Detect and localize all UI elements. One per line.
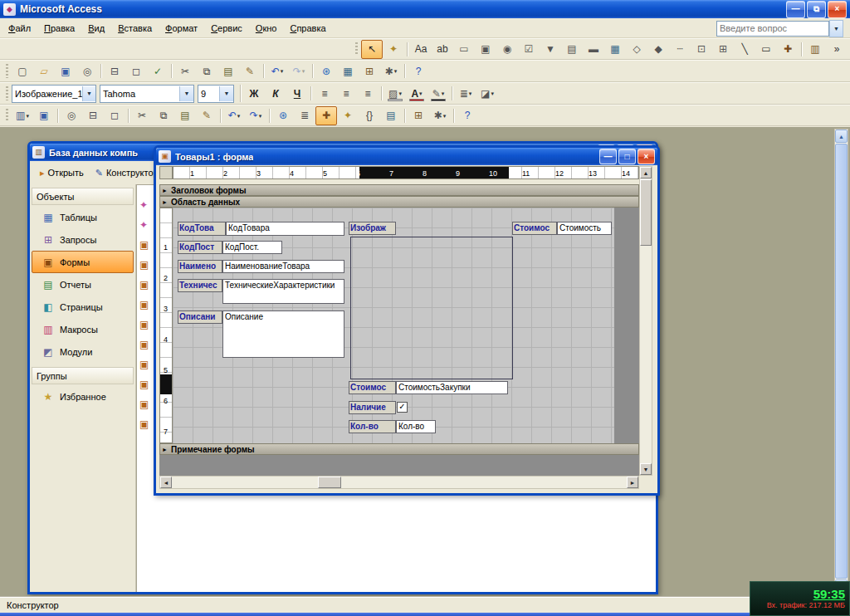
menu-service[interactable]: Сервис	[204, 20, 249, 37]
format-painter-button[interactable]: ✎	[239, 61, 261, 81]
label-naimenovanie[interactable]: Наимено	[178, 260, 222, 273]
analyze-button[interactable]: ▦	[337, 61, 359, 81]
properties-button[interactable]: ▤	[380, 106, 402, 125]
toolbar-grip[interactable]	[6, 86, 8, 100]
insert-hyperlink-button[interactable]: ⊛	[315, 61, 337, 81]
italic-button[interactable]: К	[265, 84, 286, 103]
format-painter-button[interactable]: ✎	[196, 106, 217, 125]
dropdown-arrow-icon[interactable]: ▾	[491, 90, 494, 96]
bound-object-frame-tool[interactable]: ◆	[647, 40, 669, 59]
save-button[interactable]: ▣	[55, 61, 76, 81]
special-effect-button[interactable]: ◪▾	[476, 84, 498, 103]
menu-edit[interactable]: Правка	[37, 20, 81, 37]
textbox-opisanie[interactable]: Описание	[222, 310, 344, 358]
textbox-naimenovanie[interactable]: НаименованиеТовара	[222, 260, 344, 273]
scroll-down-icon[interactable]: ▼	[640, 463, 652, 475]
maximize-button[interactable]: □	[618, 149, 636, 164]
ask-question-input[interactable]	[716, 21, 829, 37]
label-kod-tovara[interactable]: КодТова	[178, 222, 226, 236]
more-controls-tool[interactable]: ✚	[777, 40, 799, 59]
app-titlebar[interactable]: ◆ Microsoft Access — ⧉ ×	[0, 0, 850, 18]
align-left-button[interactable]: ≡	[314, 84, 335, 103]
minimize-button[interactable]: —	[599, 149, 617, 164]
toolbar-options-chevron[interactable]: »	[826, 40, 848, 59]
view-button[interactable]: ▥▾	[12, 106, 33, 125]
align-right-button[interactable]: ≡	[357, 84, 379, 103]
workspace-vertical-scrollbar[interactable]: ▲ ▼	[834, 129, 848, 594]
form-header-section-bar[interactable]: ► Заголовок формы	[159, 184, 639, 196]
spelling-button[interactable]: ✓	[147, 61, 169, 81]
vertical-ruler[interactable]: 1234567	[159, 208, 173, 443]
print-preview-button[interactable]: ◻	[125, 61, 147, 81]
ruler-corner[interactable]	[159, 166, 173, 179]
scroll-up-icon[interactable]: ▲	[835, 130, 848, 143]
cut-button[interactable]: ✂	[174, 61, 196, 81]
redo-button[interactable]: ↷▾	[245, 106, 266, 125]
paste-button[interactable]: ▤	[174, 106, 196, 125]
line-color-button[interactable]: ✎▾	[427, 84, 449, 103]
dropdown-arrow-icon[interactable]: ▼	[219, 86, 233, 101]
menu-format[interactable]: Формат	[159, 20, 204, 37]
print-button[interactable]: ⊟	[104, 61, 125, 81]
db-open-button[interactable]: ▸ Открыть	[35, 164, 89, 181]
rectangle-tool[interactable]: ▭	[755, 40, 777, 59]
label-kod-post[interactable]: КодПост	[178, 241, 222, 254]
groups-header-button[interactable]: Группы	[32, 367, 134, 384]
image-control-frame[interactable]	[350, 237, 513, 379]
toolbox-button[interactable]: ✚	[315, 106, 337, 125]
checkbox-nalichie[interactable]: ✓	[397, 402, 408, 413]
menu-view[interactable]: Вид	[81, 20, 111, 37]
dropdown-arrow-icon[interactable]: ▾	[281, 68, 284, 74]
line-width-button[interactable]: ≣▾	[455, 84, 476, 103]
option-group-tool[interactable]: ▭	[453, 40, 475, 59]
option-button-tool[interactable]: ◉	[496, 40, 518, 59]
menu-help[interactable]: Справка	[283, 20, 332, 37]
dropdown-arrow-icon[interactable]: ▾	[419, 90, 423, 96]
menu-insert[interactable]: Вставка	[111, 20, 159, 37]
scroll-up-icon[interactable]: ▲	[640, 167, 652, 178]
sidebar-item-tables[interactable]: ▦Таблицы	[32, 206, 134, 228]
label-opisanie[interactable]: Описани	[178, 310, 222, 324]
textbox-tool[interactable]: ab	[432, 40, 453, 59]
dropdown-arrow-icon[interactable]: ▾	[398, 90, 402, 96]
close-button[interactable]: ×	[828, 1, 847, 18]
form-vertical-scrollbar[interactable]: ▲ ▼	[639, 166, 652, 476]
sidebar-item-forms[interactable]: ▣Формы	[32, 251, 134, 273]
dropdown-arrow-icon[interactable]: ▾	[394, 68, 398, 74]
label-izobrazhenie[interactable]: Изображ	[349, 222, 396, 235]
dropdown-arrow-icon[interactable]: ▾	[302, 68, 305, 74]
scrollbar-thumb[interactable]	[318, 477, 341, 488]
database-window-button[interactable]: ⊞	[359, 61, 380, 81]
redo-button[interactable]: ↷▾	[288, 61, 310, 81]
scrollbar-thumb[interactable]	[640, 179, 652, 246]
form-design-window[interactable]: ▣ Товары1 : форма — □ × 1234567891011121…	[154, 145, 660, 496]
textbox-stoimost-zakupki[interactable]: СтоимостьЗакупки	[396, 381, 508, 394]
dropdown-arrow-icon[interactable]: ▾	[237, 113, 241, 119]
form-horizontal-scrollbar[interactable]: ◄ ►	[159, 476, 639, 489]
dropdown-arrow-icon[interactable]: ▼	[82, 86, 95, 101]
objects-header-button[interactable]: Объекты	[32, 188, 134, 205]
sidebar-item-reports[interactable]: ▤Отчеты	[32, 273, 134, 296]
toggle-button-tool[interactable]: ▣	[475, 40, 496, 59]
close-button[interactable]: ×	[638, 149, 655, 164]
menu-window[interactable]: Окно	[249, 20, 284, 37]
label-nalichie[interactable]: Наличие	[349, 401, 396, 414]
scroll-left-icon[interactable]: ◄	[160, 477, 172, 488]
unbound-object-frame-tool[interactable]: ◇	[626, 40, 647, 59]
image-tool[interactable]: ▦	[604, 40, 626, 59]
textbox-kod-post[interactable]: КодПост.	[222, 241, 282, 254]
file-search-button[interactable]: ◎	[61, 106, 82, 125]
align-center-button[interactable]: ≡	[335, 84, 357, 103]
sidebar-item-pages[interactable]: ◧Страницы	[32, 296, 134, 318]
underline-button[interactable]: Ч	[286, 84, 308, 103]
label-kolvo[interactable]: Кол-во	[349, 420, 396, 433]
restore-button[interactable]: ⧉	[807, 1, 826, 18]
new-object-button[interactable]: ✱▾	[380, 61, 402, 81]
textbox-kod-tovara[interactable]: КодТовара	[226, 222, 344, 236]
page-break-tool[interactable]: ┄	[669, 40, 691, 59]
db-design-button[interactable]: ✎ Конструктор	[90, 164, 164, 181]
scroll-right-icon[interactable]: ►	[627, 477, 638, 488]
menu-file[interactable]: Файл	[2, 20, 37, 37]
new-file-button[interactable]: ▢	[12, 61, 33, 81]
save-button[interactable]: ▣	[33, 106, 55, 125]
